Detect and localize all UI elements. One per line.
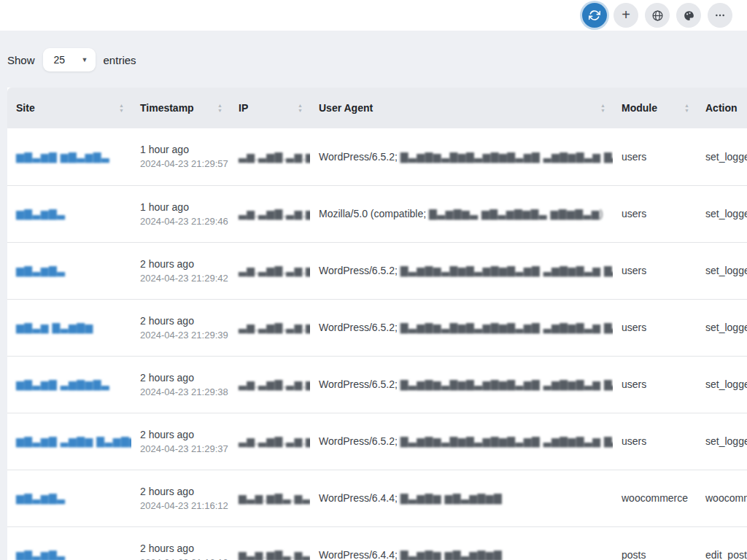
user-agent-prefix: WordPress/6.5.2;	[319, 435, 400, 447]
site-cell: ▆▇▃▆▇▃	[7, 242, 131, 299]
column-label: Action	[705, 102, 738, 114]
user-agent-prefix: WordPress/6.5.2;	[319, 151, 400, 163]
entries-per-page-value: 25	[54, 54, 66, 66]
user-agent-prefix: Mozilla/5.0 (compatible;	[319, 208, 429, 219]
palette-button[interactable]	[676, 3, 701, 28]
module-cell: users	[613, 242, 697, 299]
site-link[interactable]: ▆▇▃▆▇▃	[16, 265, 66, 276]
timestamp-cell: 2 hours ago 2024-04-23 21:16:12	[131, 470, 230, 526]
ip-cell: ▃▆.▃▆▇.▃▆.▆▃	[230, 413, 310, 470]
activity-log-table-wrap: Site ▲▼ Timestamp ▲▼ IP ▲▼ User Agent ▲▼…	[7, 88, 747, 560]
site-cell: ▆▇▃▆▇ ▃▆▇▆ ▇▃▆▇▆	[7, 413, 131, 470]
column-header-action[interactable]: Action ▲▼	[697, 88, 747, 128]
site-link[interactable]: ▆▇▃▆ ▇▃▆▇▆	[16, 322, 93, 333]
column-header-site[interactable]: Site ▲▼	[7, 88, 131, 128]
action-cell: woocommerce	[697, 470, 747, 526]
timestamp-cell: 2 hours ago 2024-04-23 21:29:39	[131, 299, 230, 356]
site-cell: ▆▇▃▆▇▃	[7, 470, 131, 526]
column-header-timestamp[interactable]: Timestamp ▲▼	[131, 88, 230, 128]
site-cell: ▆▇▃▆▇▃	[7, 185, 131, 242]
table-header: Site ▲▼ Timestamp ▲▼ IP ▲▼ User Agent ▲▼…	[7, 88, 747, 128]
user-agent-cell: WordPress/6.5.2; ▇▃▆▇▆▃▇▆▇▃▆▇▆▇▃▆▇ ▃▆▇▆▇…	[310, 242, 613, 299]
timestamp-cell: 2 hours ago 2024-04-23 21:29:42	[131, 242, 230, 299]
sort-icon: ▲▼	[298, 104, 303, 113]
module-cell: users	[613, 356, 697, 413]
table-row: ▆▇▃▆▇▃ 2 hours ago 2024-04-23 21:16:12 ▆…	[7, 526, 747, 560]
user-agent-redacted: ▇▃▆▇▆▃▇▆▇▃▆▇▆▇▃▆▇ ▃▆▇▆▇▃▆ ▇▃▆▇	[400, 322, 613, 333]
plus-icon: +	[622, 7, 630, 22]
time-absolute: 2024-04-23 21:29:46	[140, 216, 222, 227]
user-agent-cell: WordPress/6.5.2; ▇▃▆▇▆▃▇▆▇▃▆▇▆▇▃▆▇ ▃▆▇▆▇…	[310, 413, 613, 470]
time-relative: 2 hours ago	[140, 258, 222, 270]
user-agent-redacted: ▇▃▆▇▆▃▇▆▇▃▆▇▆▇▃▆▇ ▃▆▇▆▇▃▆ ▇▃▆▇	[400, 151, 613, 163]
time-relative: 1 hour ago	[140, 144, 222, 155]
action-cell: set_logged_in	[697, 185, 747, 242]
palette-icon	[683, 9, 695, 22]
user-agent-prefix: WordPress/6.5.2;	[319, 378, 400, 390]
more-button[interactable]	[708, 3, 732, 28]
site-link[interactable]: ▆▇▃▆▇▃	[16, 549, 66, 560]
time-relative: 2 hours ago	[140, 372, 222, 384]
site-link[interactable]: ▆▇▃▆▇▃	[16, 492, 66, 504]
site-link[interactable]: ▆▇▃▆▇▃	[16, 208, 66, 219]
refresh-icon	[589, 9, 600, 21]
column-header-user-agent[interactable]: User Agent ▲▼	[310, 88, 613, 128]
action-cell: set_logged_in	[697, 299, 747, 356]
user-agent-redacted: ▇▃▆▇▆▃▇▆▇▃▆▇▆▇▃▆▇ ▃▆▇▆▇▃▆ ▇▃▆▇	[400, 435, 613, 447]
ip-value: ▃▆.▃▆▇.▃▆.▆▃	[239, 378, 310, 390]
column-label: Site	[16, 102, 35, 114]
add-button[interactable]: +	[614, 3, 638, 28]
time-absolute: 2024-04-23 21:29:38	[140, 386, 222, 397]
user-agent-cell: WordPress/6.5.2; ▇▃▆▇▆▃▇▆▇▃▆▇▆▇▃▆▇ ▃▆▇▆▇…	[310, 299, 613, 356]
log-table-body: ▆▇▃▆▇ ▆▇▃▆▇▃ 1 hour ago 2024-04-23 21:29…	[7, 128, 747, 560]
site-link[interactable]: ▆▇▃▆▇ ▃▆▇▆▇▃	[16, 378, 109, 390]
time-relative: 2 hours ago	[140, 429, 222, 440]
action-cell: set_logged_in	[697, 356, 747, 413]
globe-button[interactable]	[645, 3, 670, 28]
entries-per-page-select[interactable]: 25 ▼	[43, 48, 96, 71]
time-absolute: 2024-04-23 21:29:57	[140, 158, 222, 169]
column-label: Timestamp	[140, 102, 194, 114]
ip-cell: ▆▃▆.▆▇▃.▆▃.▆▇▃	[230, 470, 310, 526]
site-cell: ▆▇▃▆▇ ▃▆▇▆▇▃	[7, 356, 131, 413]
site-link[interactable]: ▆▇▃▆▇ ▃▆▇▆ ▇▃▆▇▆	[16, 435, 131, 447]
table-row: ▆▇▃▆▇ ▆▇▃▆▇▃ 1 hour ago 2024-04-23 21:29…	[7, 128, 747, 185]
entries-controls: Show 25 ▼ entries	[0, 31, 747, 88]
user-agent-cell: WordPress/6.4.4; ▇▃▆▇▆ ▆▇▃▆▇▆▇	[310, 470, 613, 526]
user-agent-redacted: ▇▃▆▇▆ ▆▇▃▆▇▆▇	[400, 492, 503, 504]
ip-cell: ▃▆.▃▆▇.▃▆.▆▃	[230, 128, 310, 185]
site-link[interactable]: ▆▇▃▆▇ ▆▇▃▆▇▃	[16, 151, 109, 163]
timestamp-cell: 2 hours ago 2024-04-23 21:29:38	[131, 356, 230, 413]
column-header-module[interactable]: Module ▲▼	[613, 88, 697, 128]
ip-value: ▃▆.▃▆▇.▃▆.▆▃	[239, 435, 310, 447]
column-label: IP	[239, 102, 248, 114]
ip-value: ▃▆.▃▆▇.▃▆.▆▃	[239, 208, 310, 219]
action-cell: set_logged_in	[697, 242, 747, 299]
ip-value: ▃▆.▃▆▇.▃▆.▆▃	[239, 151, 310, 163]
column-label: User Agent	[319, 102, 373, 114]
time-relative: 2 hours ago	[140, 486, 222, 497]
table-row: ▆▇▃▆▇ ▃▆▇▆ ▇▃▆▇▆ 2 hours ago 2024-04-23 …	[7, 413, 747, 470]
time-absolute: 2024-04-23 21:16:12	[140, 557, 222, 560]
refresh-button[interactable]	[582, 3, 607, 28]
user-agent-redacted: ▇▃▆▇▆▃ ▆▇▃▆▇▆▇▃ ▆▇▆▇▃▆)	[429, 208, 603, 219]
module-cell: users	[613, 128, 697, 185]
module-cell: posts	[613, 526, 697, 560]
entries-label: entries	[104, 54, 136, 66]
ip-value: ▆▃▆.▆▇▃.▆▃.▆▇▃	[239, 549, 310, 560]
ip-cell: ▃▆.▃▆▇.▃▆.▆▃	[230, 356, 310, 413]
module-cell: users	[613, 299, 697, 356]
action-cell: set_logged_in	[697, 128, 747, 185]
table-row: ▆▇▃▆▇▃ 1 hour ago 2024-04-23 21:29:46 ▃▆…	[7, 185, 747, 242]
time-relative: 1 hour ago	[140, 201, 222, 213]
column-header-ip[interactable]: IP ▲▼	[230, 88, 310, 128]
module-cell: woocommerce	[613, 470, 697, 526]
time-absolute: 2024-04-23 21:29:37	[140, 443, 222, 454]
ip-cell: ▃▆.▃▆▇.▃▆.▆▃	[230, 299, 310, 356]
sort-icon: ▲▼	[217, 104, 222, 113]
user-agent-cell: Mozilla/5.0 (compatible; ▇▃▆▇▆▃ ▆▇▃▆▇▆▇▃…	[310, 185, 613, 242]
user-agent-cell: WordPress/6.5.2; ▇▃▆▇▆▃▇▆▇▃▆▇▆▇▃▆▇ ▃▆▇▆▇…	[310, 128, 613, 185]
sort-icon: ▲▼	[119, 104, 124, 113]
action-cell: set_logged_in	[697, 413, 747, 470]
user-agent-redacted: ▇▃▆▇▆ ▆▇▃▆▇▆▇	[400, 549, 503, 560]
